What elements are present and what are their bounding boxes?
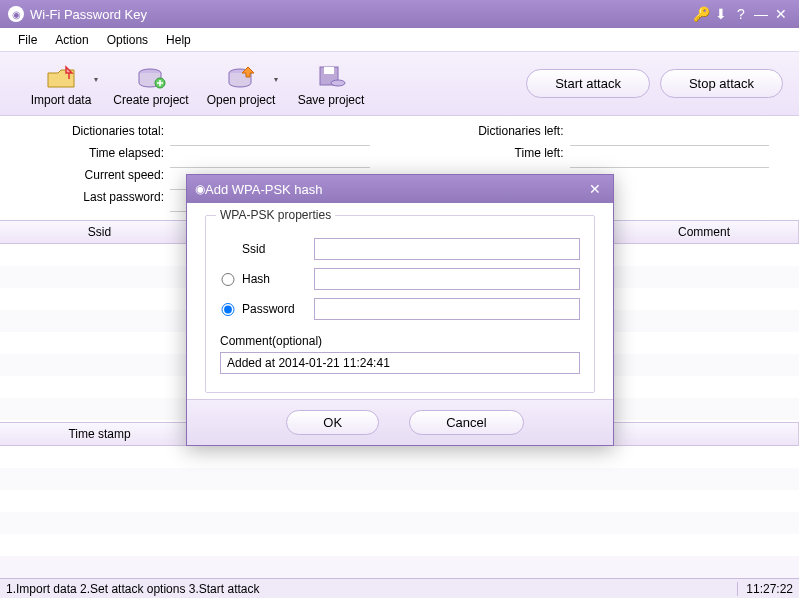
create-project-label: Create project — [113, 93, 188, 107]
password-radio[interactable] — [220, 303, 236, 316]
window-title: Wi-Fi Password Key — [30, 7, 691, 22]
start-attack-button[interactable]: Start attack — [526, 69, 650, 98]
last-pw-label: Last password: — [0, 190, 170, 212]
import-data-label: Import data — [31, 93, 92, 107]
help-icon[interactable]: ? — [731, 6, 751, 22]
key-icon[interactable]: 🔑 — [691, 6, 711, 22]
create-project-button[interactable]: Create project — [106, 61, 196, 107]
hash-label: Hash — [242, 272, 314, 286]
comment-label: Comment(optional) — [220, 334, 580, 348]
time-left-value — [570, 146, 770, 168]
create-project-icon — [135, 61, 167, 93]
menu-help[interactable]: Help — [166, 33, 191, 47]
stop-attack-button[interactable]: Stop attack — [660, 69, 783, 98]
log-grid-body[interactable] — [0, 446, 799, 556]
titlebar: ◉ Wi-Fi Password Key 🔑 ⬇ ? — ✕ — [0, 0, 799, 28]
menu-file[interactable]: File — [18, 33, 37, 47]
menu-action[interactable]: Action — [55, 33, 88, 47]
download-icon[interactable]: ⬇ — [711, 6, 731, 22]
svg-rect-4 — [324, 67, 334, 74]
comment-input[interactable] — [220, 352, 580, 374]
save-project-icon — [315, 61, 347, 93]
open-project-button[interactable]: Open project ▾ — [196, 61, 286, 107]
dict-left-value — [570, 124, 770, 146]
fieldset-legend: WPA-PSK properties — [216, 208, 335, 222]
app-icon: ◉ — [195, 182, 205, 196]
toolbar: Import data ▾ Create project Open projec… — [0, 52, 799, 116]
import-data-button[interactable]: Import data ▾ — [16, 61, 106, 107]
col-ssid[interactable]: Ssid — [0, 221, 200, 243]
password-label: Password — [242, 302, 314, 316]
status-clock: 11:27:22 — [738, 582, 793, 596]
chevron-down-icon[interactable]: ▾ — [94, 75, 98, 84]
add-hash-dialog: ◉ Add WPA-PSK hash ✕ WPA-PSK properties … — [186, 174, 614, 446]
wpa-psk-fieldset: WPA-PSK properties Ssid Hash Password Co… — [205, 215, 595, 393]
svg-point-5 — [331, 80, 345, 86]
open-project-icon — [225, 61, 257, 93]
ssid-input[interactable] — [314, 238, 580, 260]
col-comment[interactable]: Comment — [610, 221, 799, 243]
dict-total-value — [170, 124, 370, 146]
app-icon: ◉ — [8, 6, 24, 22]
ssid-label: Ssid — [242, 242, 314, 256]
menubar: File Action Options Help — [0, 28, 799, 52]
dialog-title: Add WPA-PSK hash — [205, 182, 585, 197]
statusbar: 1.Import data 2.Set attack options 3.Sta… — [0, 578, 799, 598]
close-icon[interactable]: ✕ — [771, 6, 791, 22]
password-input[interactable] — [314, 298, 580, 320]
dialog-titlebar: ◉ Add WPA-PSK hash ✕ — [187, 175, 613, 203]
menu-options[interactable]: Options — [107, 33, 148, 47]
minimize-icon[interactable]: — — [751, 6, 771, 22]
dict-total-label: Dictionaries total: — [0, 124, 170, 146]
ok-button[interactable]: OK — [286, 410, 379, 435]
hash-input[interactable] — [314, 268, 580, 290]
save-project-button[interactable]: Save project — [286, 61, 376, 107]
chevron-down-icon[interactable]: ▾ — [274, 75, 278, 84]
dict-left-label: Dictionaries left: — [400, 124, 570, 146]
hash-radio[interactable] — [220, 273, 236, 286]
col-timestamp[interactable]: Time stamp — [0, 423, 200, 445]
speed-label: Current speed: — [0, 168, 170, 190]
status-hint: 1.Import data 2.Set attack options 3.Sta… — [6, 582, 738, 596]
close-icon[interactable]: ✕ — [585, 181, 605, 197]
time-elapsed-value — [170, 146, 370, 168]
cancel-button[interactable]: Cancel — [409, 410, 523, 435]
time-elapsed-label: Time elapsed: — [0, 146, 170, 168]
open-project-label: Open project — [207, 93, 276, 107]
time-left-label: Time left: — [400, 146, 570, 168]
folder-import-icon — [45, 61, 77, 93]
dialog-footer: OK Cancel — [187, 399, 613, 445]
save-project-label: Save project — [298, 93, 365, 107]
